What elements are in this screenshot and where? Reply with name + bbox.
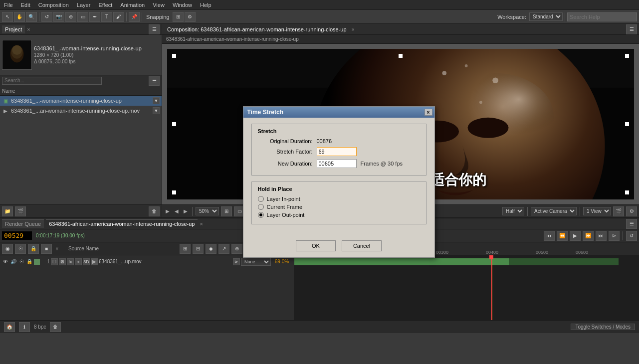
- radio-row-2[interactable]: Layer Out-point: [258, 212, 420, 218]
- hold-section-title: Hold in Place: [258, 186, 420, 192]
- hold-section: Hold in Place Layer In-point Current Fra…: [251, 182, 426, 224]
- radio-current-frame[interactable]: [258, 204, 264, 210]
- stretch-factor-row: Stretch Factor:: [258, 147, 420, 156]
- new-duration-input[interactable]: [317, 159, 357, 168]
- dialog-close-btn[interactable]: ×: [425, 109, 432, 116]
- radio-row-0[interactable]: Layer In-point: [258, 196, 420, 202]
- stretch-factor-label: Stretch Factor:: [258, 149, 313, 155]
- radio-row-1[interactable]: Current Frame: [258, 204, 420, 210]
- original-duration-label: Original Duration:: [258, 138, 313, 144]
- original-duration-row: Original Duration: 00876: [258, 138, 420, 144]
- dialog-overlay: Time Stretch × Stretch Original Duration…: [0, 0, 639, 364]
- radio-layer-outpoint[interactable]: [258, 212, 264, 218]
- cancel-button[interactable]: Cancel: [342, 240, 382, 251]
- dialog-body: Stretch Original Duration: 00876 Stretch…: [243, 118, 434, 236]
- new-duration-label: New Duration:: [258, 161, 313, 167]
- dialog-title: Time Stretch: [247, 109, 283, 116]
- radio-label-2: Layer Out-point: [267, 212, 305, 218]
- stretch-section-title: Stretch: [258, 128, 420, 134]
- stretch-factor-input[interactable]: [317, 147, 357, 156]
- new-duration-row: New Duration: Frames @ 30 fps: [258, 159, 420, 168]
- dialog-title-bar[interactable]: Time Stretch ×: [243, 107, 434, 118]
- dialog-footer: OK Cancel: [243, 236, 434, 257]
- radio-label-0: Layer In-point: [267, 196, 300, 202]
- radio-layer-inpoint[interactable]: [258, 196, 264, 202]
- time-stretch-dialog: Time Stretch × Stretch Original Duration…: [243, 106, 435, 258]
- stretch-section: Stretch Original Duration: 00876 Stretch…: [251, 124, 426, 176]
- ok-button[interactable]: OK: [296, 240, 336, 251]
- radio-label-1: Current Frame: [267, 204, 303, 210]
- original-duration-value: 00876: [317, 138, 332, 144]
- frames-label: Frames @ 30 fps: [361, 161, 403, 167]
